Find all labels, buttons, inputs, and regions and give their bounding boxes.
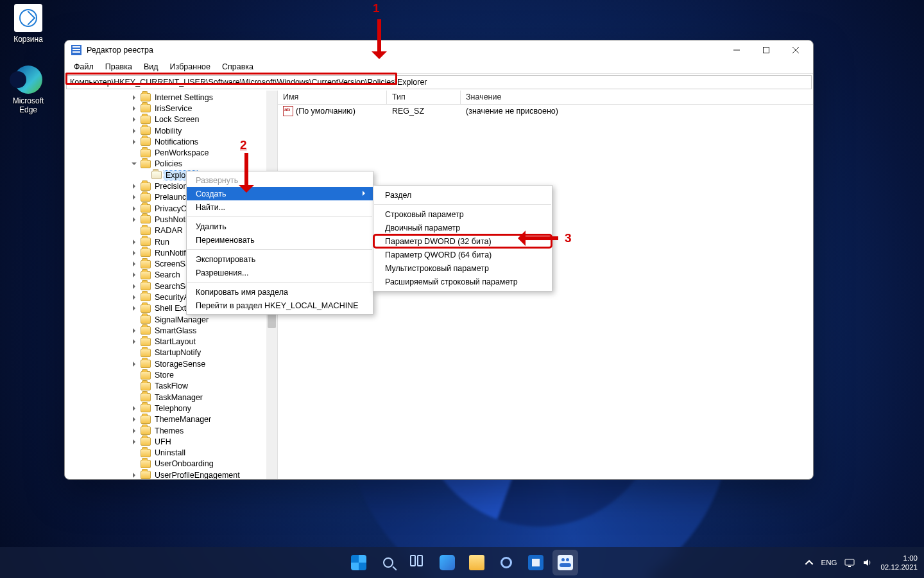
new-expandstring[interactable]: Расширяемый строковый параметр <box>373 275 552 288</box>
taskbar-search[interactable] <box>375 550 401 575</box>
chevron-right-icon[interactable] <box>130 304 138 312</box>
chevron-right-icon[interactable] <box>130 283 138 290</box>
tree-node[interactable]: TaskManager <box>65 392 277 403</box>
start-button[interactable] <box>346 550 372 575</box>
tray-clock[interactable]: 1:00 02.12.2021 <box>880 554 918 572</box>
ctx-export[interactable]: Экспортировать <box>187 252 373 266</box>
minimize-button[interactable] <box>722 40 751 60</box>
taskbar-widgets[interactable] <box>434 550 460 575</box>
tree-node[interactable]: Mobility <box>65 125 277 136</box>
folder-icon <box>141 338 151 346</box>
chevron-right-icon[interactable] <box>130 193 138 201</box>
menu-favorites[interactable]: Избранное <box>165 61 216 73</box>
ctx-permissions[interactable]: Разрешения... <box>187 266 373 279</box>
menu-help[interactable]: Справка <box>217 61 259 73</box>
tray-language[interactable]: ENG <box>821 559 837 566</box>
chevron-right-icon[interactable] <box>130 127 138 135</box>
menu-edit[interactable]: Правка <box>100 61 137 73</box>
ctx-delete[interactable]: Удалить <box>187 220 373 233</box>
system-tray[interactable]: ENG 1:00 02.12.2021 <box>805 554 918 572</box>
tree-node[interactable]: Notifications <box>65 136 277 147</box>
tree-node[interactable]: UFH <box>65 436 277 447</box>
new-dword[interactable]: Параметр DWORD (32 бита) <box>373 234 552 248</box>
context-submenu-new: Раздел Строковый параметр Двоичный парам… <box>373 185 552 292</box>
tree-node[interactable]: Telephony <box>65 403 277 414</box>
chevron-right-icon[interactable] <box>130 260 138 268</box>
value-row[interactable]: (По умолчанию)REG_SZ(значение не присвое… <box>278 105 813 118</box>
chevron-right-icon[interactable] <box>130 249 138 257</box>
tree-node[interactable]: SmartGlass <box>65 325 277 336</box>
chevron-right-icon[interactable] <box>130 360 138 368</box>
tree-node[interactable]: StorageSense <box>65 358 277 369</box>
tree-node[interactable]: IrisService <box>65 103 277 114</box>
chevron-right-icon[interactable] <box>130 138 138 146</box>
chevron-right-icon[interactable] <box>130 116 138 123</box>
chevron-right-icon[interactable] <box>130 338 138 346</box>
col-name[interactable]: Имя <box>278 91 387 104</box>
tree-node[interactable]: PenWorkspace <box>65 147 277 158</box>
tree-node[interactable]: UserOnboarding <box>65 459 277 469</box>
tray-chevron-icon[interactable] <box>805 558 814 567</box>
chevron-down-icon[interactable] <box>130 160 138 168</box>
ctx-create[interactable]: Создать <box>187 187 373 200</box>
chevron-right-icon[interactable] <box>130 216 138 223</box>
close-button[interactable] <box>781 40 810 60</box>
tree-node[interactable]: StartupNotify <box>65 347 277 358</box>
col-value[interactable]: Значение <box>461 91 813 104</box>
chevron-right-icon[interactable] <box>130 94 138 101</box>
address-input[interactable] <box>66 75 812 89</box>
taskbar[interactable]: ENG 1:00 02.12.2021 <box>0 547 924 578</box>
tree-node[interactable]: Policies <box>65 159 277 170</box>
chevron-right-icon[interactable] <box>130 205 138 213</box>
chevron-right-icon[interactable] <box>130 105 138 112</box>
column-headers[interactable]: Имя Тип Значение <box>278 91 813 105</box>
ctx-copy-key-name[interactable]: Копировать имя раздела <box>187 285 373 299</box>
chevron-right-icon[interactable] <box>130 182 138 190</box>
network-icon[interactable] <box>844 557 855 568</box>
new-key[interactable]: Раздел <box>373 188 552 202</box>
tree-node[interactable]: Lock Screen <box>65 114 277 125</box>
chevron-right-icon[interactable] <box>130 471 138 479</box>
chevron-right-icon[interactable] <box>130 405 138 412</box>
new-string[interactable]: Строковый параметр <box>373 207 552 221</box>
maximize-button[interactable] <box>751 40 781 60</box>
tree-node[interactable]: Uninstall <box>65 448 277 459</box>
taskbar-center <box>346 550 578 575</box>
spacer <box>130 227 138 234</box>
desktop-icon-recycle-bin[interactable]: Корзина <box>4 4 53 44</box>
ctx-rename[interactable]: Переименовать <box>187 233 373 247</box>
taskbar-app-active[interactable] <box>552 550 578 575</box>
ctx-goto-hklm[interactable]: Перейти в раздел HKEY_LOCAL_MACHINE <box>187 299 373 312</box>
volume-icon[interactable] <box>862 557 873 568</box>
col-type[interactable]: Тип <box>387 91 461 104</box>
new-multistring[interactable]: Мультистроковый параметр <box>373 261 552 275</box>
new-binary[interactable]: Двоичный параметр <box>373 221 552 234</box>
taskbar-settings[interactable] <box>493 550 519 575</box>
new-qword[interactable]: Параметр QWORD (64 бита) <box>373 248 552 261</box>
tree-node[interactable]: TaskFlow <box>65 381 277 392</box>
tree-node[interactable]: UserProfileEngagement <box>65 469 277 479</box>
tree-node[interactable]: Store <box>65 369 277 380</box>
chevron-right-icon[interactable] <box>130 427 138 435</box>
menu-file[interactable]: Файл <box>69 61 99 73</box>
folder-icon <box>141 360 151 368</box>
chevron-right-icon[interactable] <box>130 271 138 279</box>
tree-node[interactable]: SignalManager <box>65 314 277 325</box>
taskbar-explorer[interactable] <box>464 550 490 575</box>
chevron-right-icon[interactable] <box>130 293 138 301</box>
ctx-find[interactable]: Найти... <box>187 200 373 214</box>
tree-node[interactable]: StartLayout <box>65 337 277 347</box>
spacer <box>130 449 138 457</box>
taskbar-store[interactable] <box>523 550 549 575</box>
tree-node[interactable]: ThemeManager <box>65 414 277 425</box>
tree-node[interactable]: Themes <box>65 425 277 436</box>
chevron-right-icon[interactable] <box>130 238 138 246</box>
menu-view[interactable]: Вид <box>139 61 164 73</box>
chevron-right-icon[interactable] <box>130 438 138 446</box>
titlebar[interactable]: Редактор реестра <box>65 40 813 60</box>
desktop-icon-edge[interactable]: Microsoft Edge <box>4 66 53 114</box>
tree-node[interactable]: Internet Settings <box>65 92 277 103</box>
taskbar-taskview[interactable] <box>405 550 431 575</box>
chevron-right-icon[interactable] <box>130 327 138 335</box>
chevron-right-icon[interactable] <box>130 416 138 423</box>
